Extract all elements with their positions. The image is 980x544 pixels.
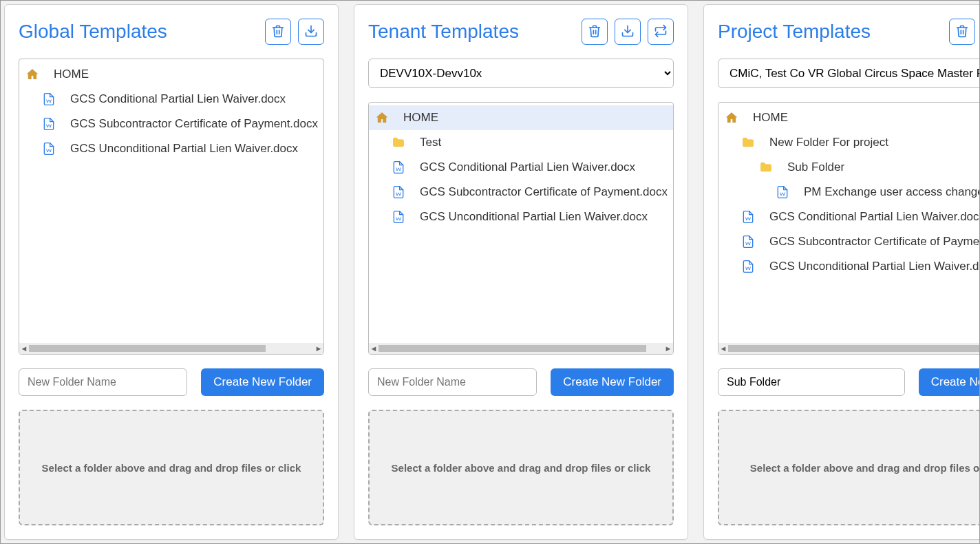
sync-button[interactable]: [648, 19, 674, 45]
home-icon: [374, 111, 390, 125]
sync-icon: [654, 24, 668, 40]
scroll-thumb[interactable]: [379, 345, 646, 352]
horizontal-scrollbar[interactable]: ◄ ►: [19, 343, 323, 354]
tree-home-row[interactable]: HOME: [718, 105, 980, 130]
tree-file-row[interactable]: GCS Subcontractor Certificate of Payment…: [369, 180, 673, 205]
word-doc-icon: [741, 260, 756, 273]
word-doc-icon: [391, 160, 406, 174]
create-folder-button[interactable]: Create New Folder: [919, 368, 980, 396]
tree-file-row[interactable]: GCS Conditional Partial Lien Waiver.docx: [369, 155, 673, 180]
home-label: HOME: [54, 67, 89, 81]
file-label: GCS Conditional Partial Lien Waiver.docx: [769, 210, 980, 224]
dropzone-text: Select a folder above and drag and drop …: [750, 462, 980, 474]
file-dropzone[interactable]: Select a folder above and drag and drop …: [718, 410, 980, 525]
panel-title: Tenant Templates: [368, 21, 519, 43]
home-icon: [724, 111, 739, 125]
tenant-selector[interactable]: DEVV10X-Devv10x: [368, 59, 674, 88]
tree-file-row[interactable]: GCS Conditional Partial Lien Waiver.docx: [19, 87, 323, 112]
trash-icon: [271, 24, 285, 40]
tree-folder-row[interactable]: New Folder For project: [718, 130, 980, 155]
tree-file-row[interactable]: GCS Unconditional Partial Lien Waiver.do…: [369, 205, 673, 229]
new-folder-input[interactable]: [368, 368, 537, 396]
panel-title: Project Templates: [718, 21, 871, 43]
tree-file-row[interactable]: GCS Subcontractor Certificate of Payment…: [19, 112, 323, 136]
trash-icon: [588, 24, 601, 40]
horizontal-scrollbar[interactable]: ◄ ►: [718, 343, 980, 354]
tenant-templates-panel: Tenant Templates DEVV10X-Devv10x HOME Te…: [354, 4, 688, 540]
file-label: GCS Unconditional Partial Lien Waiver.do…: [70, 142, 298, 156]
file-label: GCS Conditional Partial Lien Waiver.docx: [70, 92, 286, 106]
project-selector[interactable]: CMiC, Test Co VR Global Circus Space Mas…: [718, 59, 980, 88]
word-doc-icon: [41, 142, 56, 156]
tree-home-row[interactable]: HOME: [369, 105, 673, 130]
word-doc-icon: [775, 185, 790, 199]
tree-folder-row[interactable]: Test: [369, 130, 673, 155]
download-icon: [621, 24, 635, 40]
tree-file-row[interactable]: PM Exchange user access changes (1).docx: [718, 180, 980, 205]
scroll-right-icon: ►: [314, 344, 323, 353]
word-doc-icon: [41, 92, 56, 106]
file-tree: HOME New Folder For project Sub Folder P…: [718, 102, 980, 355]
file-label: GCS Subcontractor Certificate of Payment…: [769, 235, 980, 249]
file-tree: HOME GCS Conditional Partial Lien Waiver…: [19, 59, 324, 355]
create-folder-button[interactable]: Create New Folder: [201, 368, 324, 396]
home-label: HOME: [403, 111, 438, 125]
home-icon: [25, 67, 40, 81]
tree-folder-row[interactable]: Sub Folder: [718, 155, 980, 180]
folder-icon: [391, 136, 406, 149]
word-doc-icon: [391, 210, 406, 224]
file-label: GCS Subcontractor Certificate of Payment…: [70, 117, 318, 131]
scroll-thumb[interactable]: [728, 345, 980, 352]
scroll-left-icon: ◄: [369, 344, 379, 353]
dropzone-text: Select a folder above and drag and drop …: [392, 462, 651, 474]
folder-label: Sub Folder: [787, 160, 844, 174]
file-label: PM Exchange user access changes (1).docx: [804, 185, 980, 199]
global-templates-panel: Global Templates HOME GCS Conditional Pa…: [4, 4, 339, 540]
download-icon: [304, 24, 318, 40]
dropzone-text: Select a folder above and drag and drop …: [42, 462, 301, 474]
scroll-thumb[interactable]: [29, 345, 266, 352]
download-button[interactable]: [615, 19, 641, 45]
tree-file-row[interactable]: GCS Unconditional Partial Lien Waiver.do…: [718, 254, 980, 279]
tree-file-row[interactable]: GCS Subcontractor Certificate of Payment…: [718, 229, 980, 254]
tree-file-row[interactable]: GCS Conditional Partial Lien Waiver.docx: [718, 205, 980, 229]
folder-label: Test: [420, 136, 441, 149]
delete-button[interactable]: [582, 19, 608, 45]
folder-label: New Folder For project: [769, 136, 888, 149]
download-button[interactable]: [298, 19, 324, 45]
word-doc-icon: [741, 235, 756, 249]
new-folder-input[interactable]: [718, 368, 905, 396]
file-label: GCS Unconditional Partial Lien Waiver.do…: [769, 260, 980, 273]
file-dropzone[interactable]: Select a folder above and drag and drop …: [19, 410, 324, 525]
tree-home-row[interactable]: HOME: [19, 62, 323, 87]
scroll-left-icon: ◄: [718, 344, 728, 353]
new-folder-input[interactable]: [19, 368, 187, 396]
word-doc-icon: [391, 185, 406, 199]
file-label: GCS Conditional Partial Lien Waiver.docx: [420, 160, 635, 174]
word-doc-icon: [41, 117, 56, 131]
delete-button[interactable]: [949, 19, 975, 45]
file-label: GCS Subcontractor Certificate of Payment…: [420, 185, 668, 199]
horizontal-scrollbar[interactable]: ◄ ►: [369, 343, 673, 354]
folder-icon: [741, 136, 756, 149]
folder-icon: [758, 160, 774, 174]
file-label: GCS Unconditional Partial Lien Waiver.do…: [420, 210, 648, 224]
trash-icon: [955, 24, 969, 40]
scroll-left-icon: ◄: [19, 344, 29, 353]
file-dropzone[interactable]: Select a folder above and drag and drop …: [368, 410, 674, 525]
tree-file-row[interactable]: GCS Unconditional Partial Lien Waiver.do…: [19, 136, 323, 161]
delete-button[interactable]: [265, 19, 291, 45]
home-label: HOME: [753, 111, 788, 125]
word-doc-icon: [741, 210, 756, 224]
panel-title: Global Templates: [19, 21, 167, 43]
file-tree: HOME Test GCS Conditional Partial Lien W…: [368, 102, 674, 355]
project-templates-panel: Project Templates CMiC, Test Co VR Globa…: [703, 4, 980, 540]
scroll-right-icon: ►: [663, 344, 673, 353]
create-folder-button[interactable]: Create New Folder: [551, 368, 674, 396]
